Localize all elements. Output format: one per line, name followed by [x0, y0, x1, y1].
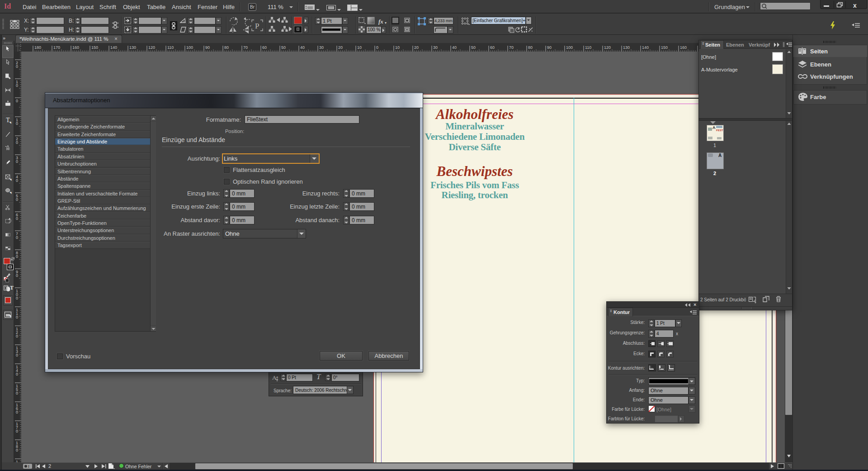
svg-text:10: 10	[395, 45, 400, 50]
svg-text:0: 0	[16, 216, 18, 221]
svg-text:50: 50	[281, 45, 286, 50]
svg-text:0: 0	[16, 315, 18, 319]
svg-text:180: 180	[34, 45, 41, 50]
svg-text:0: 0	[16, 178, 18, 183]
svg-text:0: 0	[16, 99, 18, 103]
svg-text:0: 0	[16, 410, 18, 414]
svg-text:140: 140	[110, 45, 117, 50]
svg-text:150: 150	[91, 45, 98, 50]
svg-text:10: 10	[357, 45, 362, 50]
svg-text:0: 0	[16, 254, 18, 259]
svg-text:120: 120	[148, 45, 155, 50]
svg-text:0: 0	[16, 64, 18, 69]
svg-text:80: 80	[224, 45, 229, 50]
svg-text:0: 0	[16, 235, 18, 240]
svg-text:100: 100	[566, 45, 573, 50]
svg-text:130: 130	[623, 45, 630, 50]
svg-text:0: 0	[16, 391, 18, 395]
svg-text:0: 0	[16, 197, 18, 202]
svg-text:!: !	[28, 464, 29, 469]
svg-text:140: 140	[642, 45, 649, 50]
svg-text:150: 150	[661, 45, 668, 50]
svg-text:60: 60	[490, 45, 495, 50]
svg-text:20: 20	[338, 45, 343, 50]
svg-text:170: 170	[53, 45, 60, 50]
svg-text:0: 0	[376, 45, 378, 50]
svg-text:90: 90	[205, 45, 210, 50]
svg-text:◥: ◥	[9, 314, 11, 318]
svg-text:80: 80	[528, 45, 533, 50]
svg-text:30: 30	[319, 45, 324, 50]
svg-text:0: 0	[16, 83, 18, 88]
svg-text:◥: ◥	[9, 178, 12, 181]
svg-text:0: 0	[16, 334, 18, 338]
svg-text:20: 20	[414, 45, 419, 50]
svg-text:0: 0	[16, 121, 18, 126]
svg-text:50: 50	[471, 45, 476, 50]
svg-text:100: 100	[186, 45, 193, 50]
svg-text:120: 120	[604, 45, 611, 50]
svg-text:40: 40	[300, 45, 305, 50]
svg-text:0: 0	[16, 140, 18, 145]
svg-text:70: 70	[509, 45, 514, 50]
svg-text:60: 60	[262, 45, 267, 50]
svg-text:160: 160	[680, 45, 687, 50]
svg-text:130: 130	[129, 45, 136, 50]
svg-text:0: 0	[16, 448, 18, 452]
svg-text:0: 0	[16, 159, 18, 164]
svg-text:160: 160	[72, 45, 79, 50]
svg-text:P: P	[255, 22, 259, 30]
svg-text:0: 0	[16, 296, 18, 300]
svg-text:0: 0	[16, 429, 18, 433]
svg-text:a: a	[276, 375, 278, 379]
svg-text:70: 70	[243, 45, 248, 50]
svg-text:90: 90	[547, 45, 552, 50]
svg-text:0: 0	[16, 273, 18, 278]
svg-text:◥: ◥	[9, 191, 12, 194]
svg-text:◥: ◥	[9, 121, 11, 124]
svg-text:110: 110	[167, 45, 174, 50]
svg-text:30: 30	[433, 45, 438, 50]
svg-text:0: 0	[16, 372, 18, 376]
svg-text:0: 0	[16, 353, 18, 357]
svg-text:40: 40	[452, 45, 457, 50]
svg-text:110: 110	[585, 45, 591, 50]
